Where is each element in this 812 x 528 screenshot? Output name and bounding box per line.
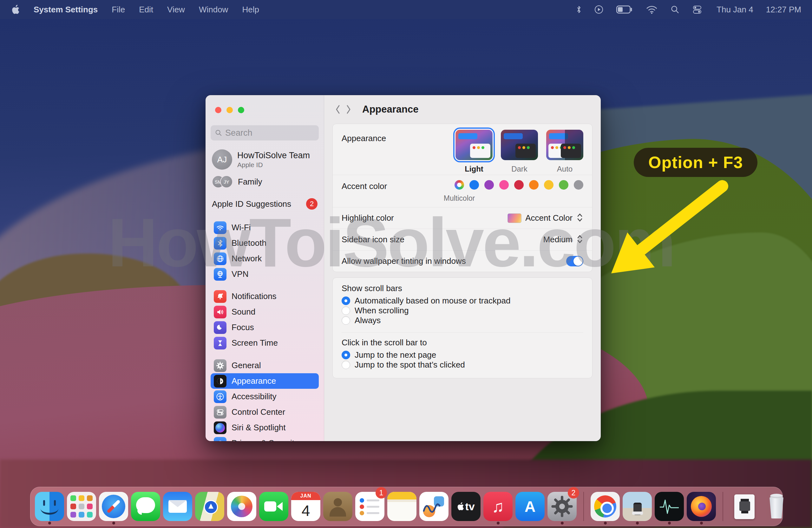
control-center-icon[interactable] bbox=[693, 5, 702, 14]
accent-color-orange[interactable] bbox=[529, 180, 539, 190]
appearance-option-dark[interactable]: Dark bbox=[501, 130, 538, 174]
sidebar-item-bluetooth[interactable]: Bluetooth bbox=[211, 235, 319, 251]
zoom-button[interactable] bbox=[238, 107, 244, 113]
auto-theme-thumbnail[interactable] bbox=[546, 130, 583, 160]
menu-item-view[interactable]: View bbox=[167, 5, 185, 15]
minimize-button[interactable] bbox=[227, 107, 233, 113]
search-input[interactable] bbox=[211, 125, 319, 141]
radio-scrollbars-when-scrolling[interactable]: When scrolling bbox=[342, 306, 583, 316]
dock-item-apple-tv[interactable]: tv bbox=[451, 489, 481, 524]
radio-scrollbars-always[interactable]: Always bbox=[342, 316, 583, 325]
sidebar-item-label: Control Center bbox=[232, 407, 285, 417]
dock-item-printer-document[interactable] bbox=[729, 489, 760, 524]
dock-item-chrome[interactable] bbox=[590, 489, 620, 524]
sidebar-icon-size-select[interactable]: Medium bbox=[543, 234, 583, 246]
reminders-line bbox=[360, 504, 364, 509]
menu-bar-time[interactable]: 12:27 PM bbox=[766, 5, 801, 15]
radio-label: When scrolling bbox=[354, 306, 409, 316]
highlight-color-select[interactable]: Accent Color bbox=[508, 212, 583, 224]
menu-item-window[interactable]: Window bbox=[199, 5, 228, 15]
dock-item-notes[interactable] bbox=[387, 489, 417, 524]
dock-item-firefox[interactable] bbox=[686, 489, 716, 524]
battery-icon[interactable] bbox=[616, 5, 633, 14]
dock-item-freeform[interactable] bbox=[419, 489, 449, 524]
radio-icon[interactable] bbox=[342, 306, 350, 315]
sidebar-item-network[interactable]: Network bbox=[211, 251, 319, 266]
menu-app-title[interactable]: System Settings bbox=[34, 5, 98, 15]
dock-item-trash[interactable] bbox=[761, 489, 792, 524]
wallpaper-tinting-toggle[interactable] bbox=[566, 256, 583, 266]
radio-icon[interactable] bbox=[342, 361, 350, 369]
appearance-option-light[interactable]: Light bbox=[455, 130, 493, 174]
dock-item-launchpad[interactable] bbox=[66, 489, 97, 524]
dock-item-facetime[interactable] bbox=[259, 489, 289, 524]
menu-bar-date[interactable]: Thu Jan 4 bbox=[716, 5, 753, 15]
apple-tv-label: tv bbox=[465, 500, 475, 513]
shortcut-callout-text: Option + F3 bbox=[648, 153, 743, 172]
radio-scrollbars-auto[interactable]: Automatically based on mouse or trackpad bbox=[342, 296, 583, 306]
sidebar-item-privacy-security[interactable]: Privacy & Security bbox=[211, 436, 319, 441]
dock-item-finder[interactable] bbox=[34, 489, 65, 524]
reminders-line bbox=[360, 498, 364, 503]
dock-item-reminders[interactable]: 1 bbox=[354, 489, 385, 524]
radio-selected-icon[interactable] bbox=[342, 296, 350, 305]
accent-color-blue[interactable] bbox=[469, 180, 479, 190]
suggestions-badge: 2 bbox=[306, 198, 318, 210]
bluetooth-icon[interactable] bbox=[576, 5, 581, 14]
sidebar-item-screen-time[interactable]: Screen Time bbox=[211, 335, 319, 351]
dock-item-activity-monitor[interactable] bbox=[654, 489, 684, 524]
dock-item-safari[interactable] bbox=[98, 489, 129, 524]
sidebar-item-control-center[interactable]: Control Center bbox=[211, 404, 319, 420]
accent-color-green[interactable] bbox=[559, 180, 568, 190]
sidebar-item-siri-spotlight[interactable]: Siri & Spotlight bbox=[211, 420, 319, 436]
apple-id-name: HowToiSolve Team bbox=[237, 151, 310, 160]
dock-item-preview[interactable] bbox=[622, 489, 652, 524]
sidebar-item-vpn[interactable]: VPN bbox=[211, 266, 319, 282]
back-button[interactable] bbox=[332, 103, 343, 116]
accent-color-red[interactable] bbox=[514, 180, 524, 190]
accent-color-yellow[interactable] bbox=[544, 180, 553, 190]
radio-jump-next-page[interactable]: Jump to the next page bbox=[342, 350, 583, 360]
sidebar-item-sound[interactable]: Sound bbox=[211, 304, 319, 320]
dock-item-system-settings[interactable]: 2 bbox=[547, 489, 577, 524]
menu-item-file[interactable]: File bbox=[112, 5, 125, 15]
dark-theme-thumbnail[interactable] bbox=[501, 130, 538, 160]
now-playing-icon[interactable] bbox=[594, 5, 604, 14]
dock-item-music[interactable]: ♫ bbox=[483, 489, 513, 524]
accent-color-pink[interactable] bbox=[499, 180, 509, 190]
radio-jump-to-spot[interactable]: Jump to the spot that’s clicked bbox=[342, 360, 583, 370]
dock-item-mail[interactable] bbox=[162, 489, 193, 524]
accent-color-graphite[interactable] bbox=[574, 180, 583, 190]
dock-item-photos[interactable] bbox=[227, 489, 257, 524]
close-button[interactable] bbox=[215, 107, 221, 113]
menu-item-edit[interactable]: Edit bbox=[139, 5, 153, 15]
sidebar-item-accessibility[interactable]: Accessibility bbox=[211, 389, 319, 404]
wifi-icon[interactable] bbox=[646, 5, 658, 14]
reminders-badge: 1 bbox=[376, 487, 387, 499]
accent-color-multicolor[interactable] bbox=[454, 180, 464, 190]
dock-item-calendar[interactable]: JAN 4 bbox=[291, 489, 321, 524]
sidebar-item-notifications[interactable]: Notifications bbox=[211, 289, 319, 304]
menu-item-help[interactable]: Help bbox=[242, 5, 259, 15]
spotlight-icon[interactable] bbox=[670, 5, 680, 14]
launchpad-tile bbox=[79, 495, 84, 501]
apple-menu-icon[interactable] bbox=[11, 5, 20, 14]
reminders-line bbox=[360, 511, 364, 515]
sidebar-item-wifi[interactable]: Wi-Fi bbox=[211, 220, 319, 235]
dock-item-messages[interactable] bbox=[130, 489, 161, 524]
radio-icon[interactable] bbox=[342, 316, 350, 325]
sidebar-item-general[interactable]: General bbox=[211, 358, 319, 373]
apple-id-suggestions-row[interactable]: Apple ID Suggestions 2 bbox=[212, 198, 318, 210]
dock-item-maps[interactable] bbox=[194, 489, 225, 524]
light-theme-thumbnail[interactable] bbox=[455, 130, 493, 160]
apple-id-row[interactable]: AJ HowToiSolve Team Apple ID bbox=[212, 149, 319, 170]
dock-item-contacts[interactable] bbox=[322, 489, 353, 524]
accent-color-purple[interactable] bbox=[484, 180, 494, 190]
family-row[interactable]: SM JY Family bbox=[212, 175, 319, 188]
dock-item-app-store[interactable]: A bbox=[515, 489, 545, 524]
sidebar-item-focus[interactable]: Focus bbox=[211, 320, 319, 335]
sidebar-item-appearance[interactable]: Appearance bbox=[211, 373, 319, 389]
appearance-option-auto[interactable]: Auto bbox=[546, 130, 583, 174]
radio-selected-icon[interactable] bbox=[342, 351, 350, 359]
forward-button[interactable] bbox=[343, 103, 354, 116]
